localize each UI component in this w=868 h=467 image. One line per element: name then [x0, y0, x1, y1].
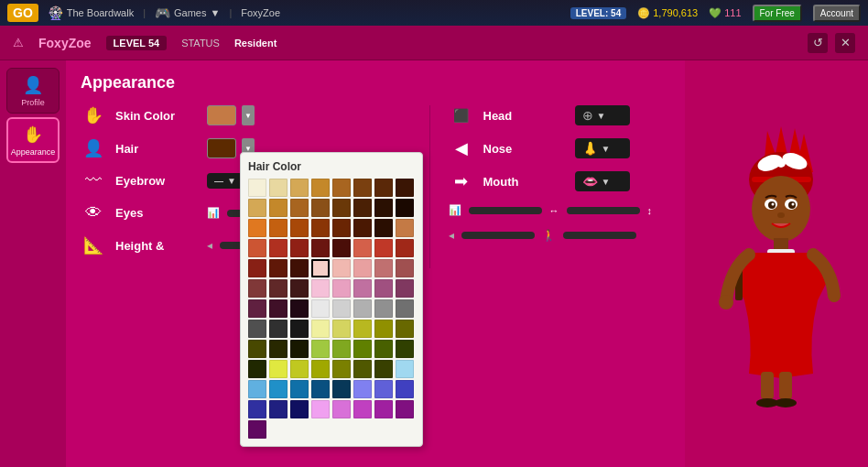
color-cell[interactable] [311, 299, 330, 318]
nose-control[interactable]: 👃 ▼ [575, 138, 630, 158]
color-cell[interactable] [396, 199, 414, 217]
height-right-slider-1[interactable] [461, 232, 535, 239]
color-cell[interactable] [248, 320, 266, 338]
color-cell[interactable] [269, 259, 288, 277]
color-cell[interactable] [290, 380, 309, 398]
head-control[interactable]: ⊕ ▼ [575, 105, 630, 125]
color-cell[interactable] [311, 380, 330, 398]
color-cell[interactable] [311, 239, 330, 257]
color-cell[interactable] [290, 239, 309, 257]
color-cell[interactable] [374, 380, 393, 398]
color-cell[interactable] [248, 420, 266, 439]
color-cell[interactable] [290, 199, 309, 217]
color-cell[interactable] [353, 340, 372, 358]
color-cell[interactable] [332, 199, 351, 217]
color-cell[interactable] [374, 239, 393, 257]
eye-right-slider-2[interactable] [567, 207, 640, 214]
color-cell[interactable] [353, 259, 372, 277]
color-cell[interactable] [290, 179, 309, 197]
color-cell[interactable] [374, 340, 393, 358]
color-cell[interactable] [269, 320, 288, 338]
color-cell[interactable] [374, 259, 393, 277]
color-cell[interactable] [269, 219, 288, 237]
color-cell[interactable] [290, 299, 309, 318]
color-cell[interactable] [396, 299, 414, 318]
color-cell[interactable] [374, 199, 393, 217]
skin-swatch[interactable] [207, 105, 236, 125]
color-cell[interactable] [248, 219, 266, 237]
color-cell[interactable] [353, 320, 372, 338]
color-cell[interactable] [332, 219, 351, 237]
color-cell[interactable] [269, 299, 288, 318]
color-cell[interactable] [248, 299, 266, 318]
color-cell[interactable] [248, 340, 266, 358]
color-cell[interactable] [396, 279, 414, 298]
color-cell[interactable] [248, 279, 266, 298]
color-cell[interactable] [248, 179, 266, 197]
color-cell[interactable] [311, 179, 330, 197]
color-cell[interactable] [269, 380, 288, 398]
color-cell[interactable] [374, 320, 393, 338]
color-cell[interactable] [374, 279, 393, 298]
skin-dropdown[interactable]: ▼ [242, 105, 255, 125]
color-cell[interactable] [290, 219, 309, 237]
color-cell[interactable] [311, 320, 330, 338]
color-cell[interactable] [269, 360, 288, 378]
color-cell[interactable] [396, 219, 414, 237]
color-cell[interactable] [269, 199, 288, 217]
color-cell[interactable] [396, 259, 414, 277]
close-button[interactable]: ✕ [835, 33, 855, 53]
color-cell[interactable] [269, 179, 288, 197]
color-cell[interactable] [396, 360, 414, 378]
sidebar-item-appearance[interactable]: ✋ Appearance [6, 117, 60, 163]
color-cell[interactable] [353, 299, 372, 318]
color-cell[interactable] [332, 279, 351, 298]
color-cell[interactable] [353, 239, 372, 257]
color-cell[interactable] [332, 340, 351, 358]
color-cell[interactable] [396, 179, 414, 197]
go-button[interactable]: GO [7, 4, 38, 22]
color-cell[interactable] [290, 360, 309, 378]
color-cell[interactable] [374, 219, 393, 237]
color-cell[interactable] [374, 179, 393, 197]
color-cell[interactable] [396, 239, 414, 257]
color-cell[interactable] [332, 320, 351, 338]
color-cell[interactable] [248, 380, 266, 398]
sidebar-item-profile[interactable]: 👤 Profile [6, 68, 60, 114]
color-cell[interactable] [248, 400, 266, 418]
color-cell[interactable] [248, 360, 266, 378]
color-cell[interactable] [248, 199, 266, 217]
color-cell[interactable] [353, 380, 372, 398]
color-cell[interactable] [248, 239, 266, 257]
color-cell[interactable] [332, 239, 351, 257]
color-cell[interactable] [374, 360, 393, 378]
color-cell[interactable] [396, 380, 414, 398]
color-cell[interactable] [269, 239, 288, 257]
user-nav[interactable]: FoxyZoe [241, 7, 280, 18]
color-cell[interactable] [269, 340, 288, 358]
color-cell[interactable] [269, 400, 288, 418]
color-cell[interactable] [396, 320, 414, 338]
color-cell[interactable] [332, 299, 351, 318]
color-cell[interactable] [311, 279, 330, 298]
games-nav[interactable]: 🎮 Games ▼ [155, 5, 220, 20]
account-button[interactable]: Account [813, 5, 861, 22]
color-cell[interactable] [332, 259, 351, 277]
color-cell[interactable] [353, 199, 372, 217]
color-cell[interactable] [290, 279, 309, 298]
for-free-button[interactable]: For Free [753, 5, 802, 22]
color-cell[interactable] [332, 360, 351, 378]
color-cell[interactable] [332, 400, 351, 418]
color-cell[interactable] [332, 179, 351, 197]
color-cell[interactable] [374, 400, 393, 418]
refresh-button[interactable]: ↺ [808, 33, 828, 53]
color-cell[interactable] [290, 340, 309, 358]
color-cell[interactable] [374, 299, 393, 318]
color-cell[interactable] [396, 340, 414, 358]
mouth-control[interactable]: 👄 ▼ [575, 171, 630, 191]
color-cell[interactable] [290, 259, 309, 277]
color-cell[interactable] [269, 279, 288, 298]
color-cell[interactable] [311, 360, 330, 378]
color-cell[interactable] [353, 179, 372, 197]
boardwalk-nav[interactable]: 🎡 The Boardwalk [48, 5, 134, 20]
